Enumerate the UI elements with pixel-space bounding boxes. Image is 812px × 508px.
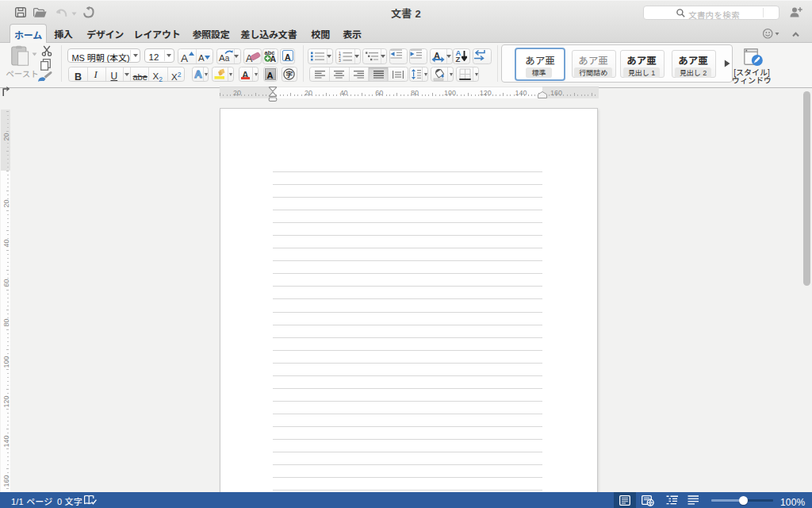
svg-text:3: 3: [339, 57, 341, 61]
svg-text:字: 字: [285, 69, 293, 79]
svg-text:A: A: [194, 68, 202, 79]
